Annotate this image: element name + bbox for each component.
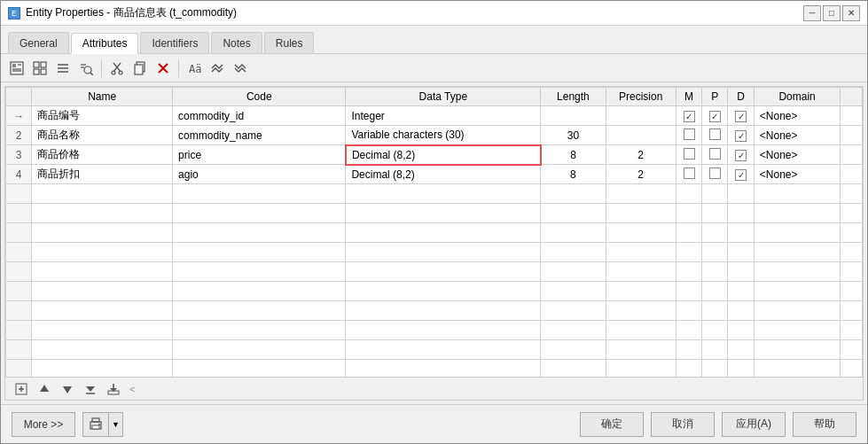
cell-precision[interactable] [606,126,676,145]
header-domain: Domain [754,88,841,106]
tab-attributes[interactable]: Attributes [71,33,139,54]
cell-length[interactable]: 8 [541,145,606,165]
cell-length[interactable] [541,106,606,126]
table-row-empty [6,243,863,262]
toolbar-cut-btn[interactable] [106,58,128,79]
print-dropdown-btn[interactable]: ▼ [109,412,123,437]
toolbar: Aä [1,54,867,82]
more-button[interactable]: More >> [12,412,75,437]
cell-precision[interactable] [606,106,676,126]
cell-precision[interactable]: 2 [606,165,676,184]
apply-button[interactable]: 应用(A) [722,412,786,437]
cell-p[interactable] [702,106,728,126]
close-button[interactable]: ✕ [842,5,860,21]
svg-rect-8 [41,69,46,74]
cell-datatype[interactable]: Decimal (8,2) [346,145,541,165]
tab-notes[interactable]: Notes [211,32,262,53]
p-checkbox[interactable] [709,148,721,160]
move-down-btn[interactable] [57,380,78,398]
cell-length[interactable]: 8 [541,165,606,184]
cell-datatype[interactable]: Decimal (8,2) [346,165,541,184]
toolbar-delete-btn[interactable] [152,58,174,79]
header-d: D [728,88,754,106]
maximize-button[interactable]: □ [823,5,841,21]
cell-name[interactable]: 商品折扣 [32,165,173,184]
m-checkbox[interactable] [684,129,695,140]
table-row[interactable]: 4商品折扣agioDecimal (8,2)82<None> [6,165,863,184]
cell-d[interactable] [728,165,754,184]
cell-m[interactable] [676,165,701,184]
cell-code[interactable]: commodity_name [173,126,346,145]
cell-precision[interactable]: 2 [606,145,676,165]
d-checkbox[interactable] [735,130,747,142]
import-btn[interactable] [103,380,124,398]
cell-domain[interactable]: <None> [754,165,841,184]
cell-m[interactable] [676,106,701,126]
cell-domain[interactable]: <None> [754,106,841,126]
title-bar-left: E Entity Properties - 商品信息表 (t_commodity… [8,5,237,20]
cell-code[interactable]: commodity_id [173,106,346,126]
toolbar-filter-btn[interactable] [75,58,97,79]
cancel-button[interactable]: 取消 [651,412,715,437]
p-checkbox[interactable] [709,111,721,122]
cell-domain[interactable]: <None> [754,126,841,145]
cell-m[interactable] [676,126,701,145]
m-checkbox[interactable] [684,167,695,179]
cell-p[interactable] [702,145,728,165]
add-row-btn[interactable] [11,380,32,398]
cell-name[interactable]: 商品名称 [32,126,173,145]
cell-d[interactable] [728,145,754,165]
table-wrapper[interactable]: Name Code Data Type Length Precision M P… [5,87,863,377]
d-checkbox[interactable] [735,111,747,122]
toolbar-list-btn[interactable] [52,58,74,79]
table-row-empty [6,340,863,360]
header-rownum [6,88,32,106]
help-button[interactable]: 帮助 [793,412,856,437]
cell-p[interactable] [702,165,728,184]
table-row-empty [6,204,863,223]
d-checkbox[interactable] [735,169,747,181]
tab-rules[interactable]: Rules [264,32,315,53]
toolbar-properties-btn[interactable] [6,58,27,79]
cell-name[interactable]: 商品价格 [32,145,173,165]
toolbar-settings2-btn[interactable] [230,58,251,79]
tab-general[interactable]: General [8,32,69,53]
svg-marker-30 [86,386,95,392]
svg-rect-36 [92,418,99,422]
move-bottom-btn[interactable] [80,380,101,398]
confirm-button[interactable]: 确定 [580,412,644,437]
toolbar-copy-btn[interactable] [129,58,151,79]
d-checkbox[interactable] [735,150,747,161]
toolbar-sep1 [101,59,102,77]
move-up-btn[interactable] [34,380,55,398]
toolbar-settings1-btn[interactable] [207,58,228,79]
print-group: ▼ [82,412,123,437]
toolbar-grid-btn[interactable] [29,58,51,79]
cell-domain[interactable]: <None> [754,145,841,165]
m-checkbox[interactable] [684,111,695,122]
cell-name[interactable]: 商品编号 [32,106,173,126]
cell-d[interactable] [728,126,754,145]
title-controls: ─ □ ✕ [803,5,860,21]
cell-d[interactable] [728,106,754,126]
table-row[interactable]: 3商品价格priceDecimal (8,2)82<None> [6,145,863,165]
tab-identifiers[interactable]: Identifiers [140,32,209,53]
print-button[interactable] [82,412,109,437]
cell-code[interactable]: agio [173,165,346,184]
cell-p[interactable] [702,126,728,145]
table-row[interactable]: →商品编号commodity_idInteger<None> [6,106,863,126]
toolbar-format-btn[interactable]: Aä [184,58,205,79]
cell-length[interactable]: 30 [541,126,606,145]
cell-datatype[interactable]: Integer [346,106,541,126]
p-checkbox[interactable] [709,167,721,179]
toolbar-sep2 [178,59,179,77]
m-checkbox[interactable] [684,148,695,160]
p-checkbox[interactable] [709,129,721,140]
scroll-indicator: < [129,384,135,394]
table-row[interactable]: 2商品名称commodity_nameVariable characters (… [6,126,863,145]
cell-datatype[interactable]: Variable characters (30) [346,126,541,145]
cell-code[interactable]: price [173,145,346,165]
cell-m[interactable] [676,145,701,165]
minimize-button[interactable]: ─ [803,5,821,21]
header-precision: Precision [606,88,676,106]
